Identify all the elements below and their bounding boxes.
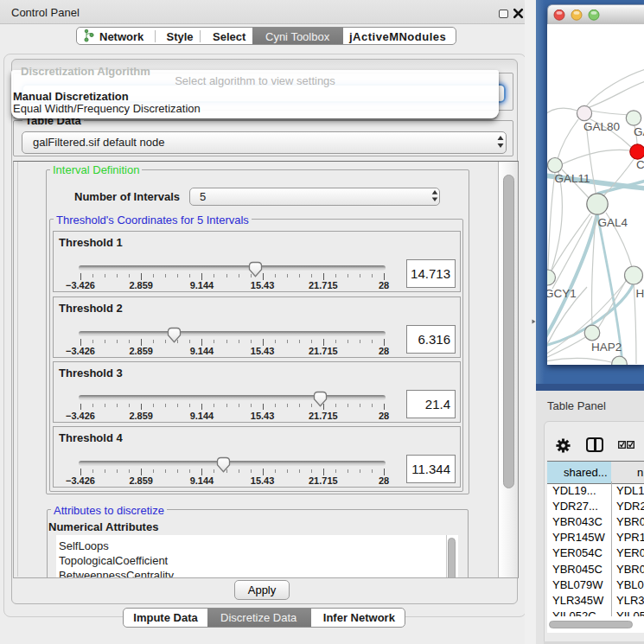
svg-text:GAL11: GAL11 — [555, 172, 590, 185]
svg-text:GA: GA — [634, 125, 644, 138]
svg-text:C: C — [636, 158, 644, 171]
svg-text:GCY1: GCY1 — [547, 287, 577, 300]
svg-text:GAL4: GAL4 — [598, 216, 628, 229]
svg-text:GAL80: GAL80 — [583, 120, 620, 133]
svg-text:H: H — [636, 287, 644, 300]
svg-text:HAP2: HAP2 — [591, 341, 622, 354]
